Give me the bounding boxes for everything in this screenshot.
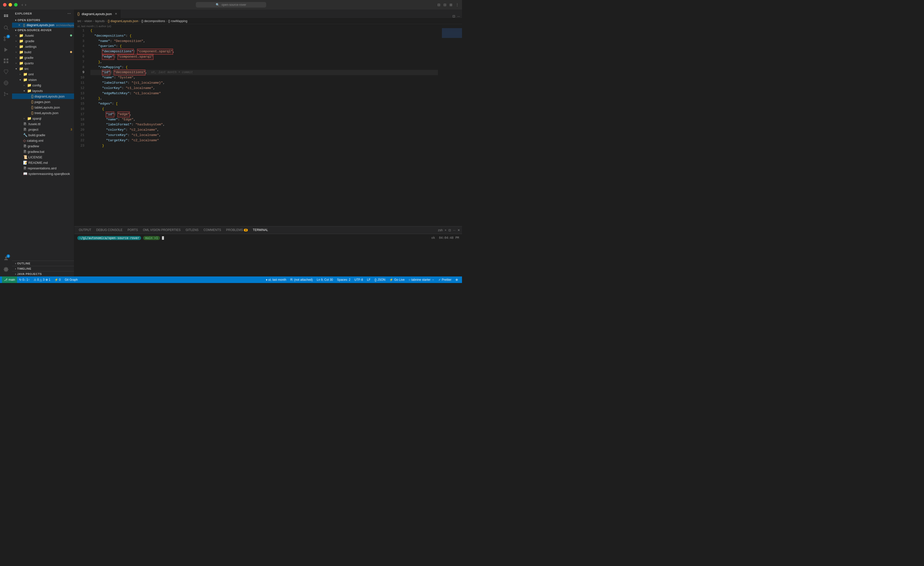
tab-diagram-layouts[interactable]: {} diagramLayouts.json ✕ [74, 9, 120, 18]
tree-item-gradle[interactable]: › 📁 .gradle [12, 38, 74, 44]
tab-output[interactable]: OUTPUT [76, 226, 94, 234]
tree-item-config[interactable]: › 📁 config [12, 83, 74, 88]
activity-settings[interactable] [1, 264, 11, 274]
timeline-header[interactable]: › TIMELINE [12, 266, 74, 271]
tab-file-icon: {} [77, 12, 80, 16]
tab-ports[interactable]: PORTS [125, 226, 140, 234]
terminal-more-icon[interactable]: ··· [453, 229, 456, 232]
tree-item-readme[interactable]: 📝 README.md [12, 160, 74, 166]
tab-problems[interactable]: PROBLEMS 4 [224, 226, 250, 234]
tree-item-diagramlayouts[interactable]: {} diagramLayouts.json [12, 93, 74, 99]
bc-src[interactable]: src [77, 20, 81, 23]
status-encoding[interactable]: UTF-8 [352, 277, 365, 283]
titlebar-search[interactable]: 🔍 open-source-rover [196, 2, 266, 8]
tree-item-quarto[interactable]: › 📁 quarto [12, 60, 74, 66]
close-button[interactable] [3, 3, 6, 6]
status-tabnine[interactable]: ○ tabnine starter → [406, 277, 436, 283]
code-content[interactable]: { "decompositions": { "name": "Decomposi… [86, 28, 442, 226]
status-sync[interactable]: ↻ 0↓ 1↑ [17, 277, 32, 283]
tree-item-fuseki-ttl[interactable]: 🖹 .fuseki.ttl [12, 121, 74, 126]
tree-item-sparqlbook[interactable]: 📖 systemreasoning.sparqlbook [12, 171, 74, 176]
split-terminal-icon[interactable]: ⊡ [448, 229, 451, 232]
status-cursor[interactable]: Ln 9, Col 30 [315, 277, 335, 283]
more-actions-icon[interactable]: ··· [457, 14, 460, 18]
tree-item-src[interactable]: ▾ 📁 src [12, 66, 74, 71]
activity-extensions[interactable] [1, 56, 11, 66]
maximize-button[interactable] [14, 3, 18, 6]
code-editor[interactable]: 1 2 3 4 5 6 7 8 9 10 11 12 13 14 15 16 1… [74, 28, 462, 226]
tree-item-treelayouts[interactable]: {} treeLayouts.json [12, 110, 74, 116]
bc-rowmapping[interactable]: {} rowMapping [168, 20, 188, 23]
activity-source-control[interactable]: 5 [1, 34, 11, 44]
activity-run-debug[interactable] [1, 45, 11, 55]
open-editors-section[interactable]: ▾ OPEN EDITORS [12, 18, 74, 23]
tree-item-catalog[interactable]: ◇ catalog.xml [12, 138, 74, 143]
status-branch[interactable]: ⎇ main [2, 277, 17, 283]
layouts-label: layouts [32, 89, 72, 93]
tree-item-project[interactable]: 🖹 .project 3 [12, 126, 74, 132]
tree-item-fuseki[interactable]: › 📁 .fuseki [12, 33, 74, 38]
add-terminal-icon[interactable]: + [445, 229, 446, 232]
tab-terminal[interactable]: TERMINAL [250, 226, 271, 234]
bc-decompositions[interactable]: {} decompositions [141, 20, 165, 23]
tree-item-build[interactable]: › 📁 build [12, 49, 74, 55]
activity-git-graph[interactable] [1, 89, 11, 99]
tree-item-oml[interactable]: › 📁 oml [12, 71, 74, 77]
activity-remote-explorer[interactable] [1, 78, 11, 88]
tree-item-tablelayouts[interactable]: {} tableLayouts.json [12, 105, 74, 110]
tab-close-icon[interactable]: ✕ [115, 12, 117, 16]
tree-item-build-gradle[interactable]: 🔧 build.gradle [12, 132, 74, 138]
tree-item-pages[interactable]: {} pages.json [12, 99, 74, 105]
status-notifications[interactable]: ⊕ [453, 277, 460, 283]
bc-file[interactable]: {} diagramLayouts.json [108, 20, 138, 23]
status-misc1[interactable]: ⚡ 0 [52, 277, 63, 283]
terminal-content[interactable]: ~/gi/autonomica/open-source-rover main >… [74, 234, 462, 277]
license-icon: 📜 [23, 155, 27, 159]
sidebar-toggle-icon[interactable]: ⊟ [437, 3, 440, 7]
activity-account[interactable]: 2 [1, 253, 11, 263]
oml-folder-icon: 📁 [23, 72, 27, 76]
status-problems[interactable]: ⚠ 0 △ 3 ⊗ 1 [32, 277, 52, 283]
status-language[interactable]: {} JSON [373, 277, 387, 283]
status-spaces[interactable]: Spaces: 2 [335, 277, 352, 283]
tree-item-representations[interactable]: 🖹 representations.aird [12, 166, 74, 171]
tab-comments[interactable]: COMMENTS [201, 226, 224, 234]
tree-item-gradlew-bat[interactable]: 🖹 gradlew.bat [12, 149, 74, 154]
layout-icon[interactable]: ⊞ [450, 3, 453, 7]
status-prettier[interactable]: ✓ Prettier [436, 277, 453, 283]
nav-back-icon[interactable]: ‹ [22, 3, 23, 7]
close-panel-icon[interactable]: ✕ [458, 229, 460, 232]
panel-toggle-icon[interactable]: ⊟ [443, 3, 446, 7]
project-section[interactable]: ▾ OPEN-SOURCE-ROVER [12, 28, 74, 33]
tab-debug-console[interactable]: DEBUG CONSOLE [94, 226, 125, 234]
activity-testing[interactable] [1, 67, 11, 77]
status-remote[interactable]: R: (not attached) [288, 277, 315, 283]
tree-item-sparql[interactable]: › 📁 sparql [12, 116, 74, 121]
tree-item-gradle-dir[interactable]: › 📁 gradle [12, 55, 74, 60]
tree-item-settings[interactable]: › 📁 .settings [12, 44, 74, 49]
tree-item-layouts[interactable]: ▾ 📁 layouts [12, 88, 74, 93]
ln-12: 12 [76, 86, 84, 91]
minimize-button[interactable] [9, 3, 12, 6]
status-go-live[interactable]: ⚡ Go Live [387, 277, 406, 283]
status-blame[interactable]: ♦ ut, last month [264, 277, 288, 283]
sidebar-more-icon[interactable]: ··· [68, 12, 71, 16]
split-editor-icon[interactable]: ⊡ [453, 14, 455, 18]
nav-forward-icon[interactable]: › [25, 3, 26, 7]
bc-vision[interactable]: vision [84, 20, 92, 23]
tree-item-license[interactable]: 📜 LICENSE [12, 154, 74, 160]
activity-explorer[interactable] [1, 12, 11, 22]
status-eol[interactable]: LF [365, 277, 373, 283]
java-projects-header[interactable]: › JAVA PROJECTS [12, 271, 74, 277]
activity-search[interactable] [1, 23, 11, 33]
status-git-graph[interactable]: Git Graph [63, 277, 80, 283]
open-editor-diagram[interactable]: ✕ {} diagramLayouts.json src/vision/layo… [12, 23, 74, 28]
outline-header[interactable]: › OUTLINE [12, 261, 74, 266]
bc-layouts[interactable]: layouts [95, 20, 105, 23]
close-editor-icon[interactable]: ✕ [18, 23, 21, 27]
tree-item-gradlew[interactable]: 🖹 gradlew [12, 143, 74, 149]
tab-oml-vision[interactable]: OML VISION PROPERTIES [140, 226, 183, 234]
tab-gitlens[interactable]: GITLENS [183, 226, 201, 234]
tree-item-vision[interactable]: ▾ 📁 vision [12, 77, 74, 83]
customize-icon[interactable]: ⋮ [456, 3, 459, 7]
